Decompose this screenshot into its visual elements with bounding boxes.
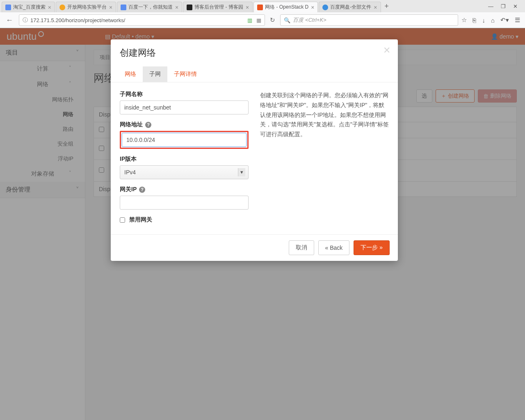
- tab-close-icon[interactable]: ×: [311, 4, 314, 11]
- window-minimize-icon[interactable]: —: [488, 3, 493, 9]
- tab-close-icon[interactable]: ×: [246, 4, 249, 11]
- tab-subnet-detail[interactable]: 子网详情: [167, 66, 203, 82]
- browser-tab[interactable]: 百度网盘-全部文件×: [319, 2, 381, 12]
- nav-back-icon[interactable]: ←: [3, 15, 16, 25]
- window-close-icon[interactable]: ✕: [513, 3, 518, 9]
- url-input[interactable]: ⓘ 172.171.5.200/horizon/project/networks…: [19, 14, 265, 26]
- site-info-icon[interactable]: ⓘ: [23, 16, 28, 24]
- tab-subnet[interactable]: 子网: [143, 66, 167, 82]
- help-icon[interactable]: ?: [139, 187, 145, 193]
- search-placeholder: 百度 <Ctrl+K>: [293, 16, 326, 24]
- label-ipversion: IP版本: [120, 155, 249, 163]
- modal-tabs: 网络 子网 子网详情: [111, 66, 398, 82]
- bookmark-icon[interactable]: ☆: [461, 16, 467, 24]
- qr-icon[interactable]: ▦: [256, 17, 261, 23]
- label-cidr: 网络地址?: [120, 121, 249, 128]
- browser-tab[interactable]: 淘宝_百度搜索×: [2, 2, 55, 12]
- label-gateway: 网关IP?: [120, 186, 249, 193]
- favicon-icon: [121, 5, 126, 10]
- help-icon[interactable]: ?: [145, 122, 151, 128]
- cidr-input[interactable]: [122, 133, 247, 147]
- tab-strip: 淘宝_百度搜索× 开放网络实验平台× 百度一下，你就知道× 博客后台管理 - 博…: [0, 0, 525, 12]
- browser-tab[interactable]: 百度一下，你就知道×: [117, 2, 182, 12]
- subnet-name-input[interactable]: [120, 100, 249, 114]
- gateway-input[interactable]: [120, 196, 249, 210]
- tab-network[interactable]: 网络: [118, 66, 143, 82]
- tab-close-icon[interactable]: ×: [374, 4, 377, 11]
- address-bar: ← ⓘ 172.171.5.200/horizon/project/networ…: [0, 12, 525, 28]
- favicon-icon: [257, 5, 263, 10]
- browser-tab[interactable]: 开放网络实验平台×: [56, 2, 116, 12]
- disable-gateway-checkbox[interactable]: [120, 217, 125, 223]
- browser-search-input[interactable]: 🔍 百度 <Ctrl+K>: [280, 14, 458, 26]
- favicon-icon: [187, 5, 192, 10]
- back-button[interactable]: « Back: [318, 240, 350, 255]
- ipversion-select[interactable]: IPv4: [120, 165, 249, 179]
- favicon-icon: [59, 5, 65, 10]
- browser-chrome: 淘宝_百度搜索× 开放网络实验平台× 百度一下，你就知道× 博客后台管理 - 博…: [0, 0, 525, 28]
- downloads-icon[interactable]: ↓: [482, 17, 485, 24]
- library-icon[interactable]: ⎘: [472, 17, 476, 24]
- close-icon[interactable]: ✕: [383, 45, 390, 56]
- menu-icon[interactable]: ☰: [515, 16, 520, 24]
- label-subnet-name: 子网名称: [120, 91, 249, 98]
- highlight-box: [120, 131, 249, 149]
- window-maximize-icon[interactable]: ❐: [501, 3, 506, 9]
- history-icon[interactable]: ↶▾: [500, 16, 509, 24]
- home-icon[interactable]: ⌂: [491, 17, 495, 24]
- favicon-icon: [5, 5, 11, 10]
- next-button[interactable]: 下一步 »: [354, 240, 390, 255]
- label-disable-gateway: 禁用网关: [129, 216, 152, 224]
- new-tab-button[interactable]: +: [382, 2, 392, 11]
- modal-title: 创建网络: [120, 48, 156, 58]
- tab-close-icon[interactable]: ×: [48, 4, 51, 11]
- search-icon: 🔍: [284, 17, 290, 23]
- shield-icon[interactable]: ▥: [247, 17, 252, 23]
- modal-help-text: 创建关联到这个网络的子网。您必须输入有效的"网络地址"和"网关IP"。如果您不输…: [260, 91, 389, 230]
- tab-close-icon[interactable]: ×: [175, 4, 178, 11]
- reload-icon[interactable]: ↻: [268, 16, 277, 24]
- create-network-modal: 创建网络 ✕ 网络 子网 子网详情 子网名称 网络地址? IP版本 IPv4: [111, 39, 398, 261]
- browser-tab[interactable]: 网络 - OpenStack D×: [253, 2, 318, 12]
- favicon-icon: [322, 5, 328, 10]
- tab-close-icon[interactable]: ×: [109, 4, 112, 11]
- browser-tab[interactable]: 博客后台管理 - 博客园×: [183, 2, 253, 12]
- url-text: 172.171.5.200/horizon/project/networks/: [30, 17, 247, 23]
- cancel-button[interactable]: 取消: [289, 240, 314, 255]
